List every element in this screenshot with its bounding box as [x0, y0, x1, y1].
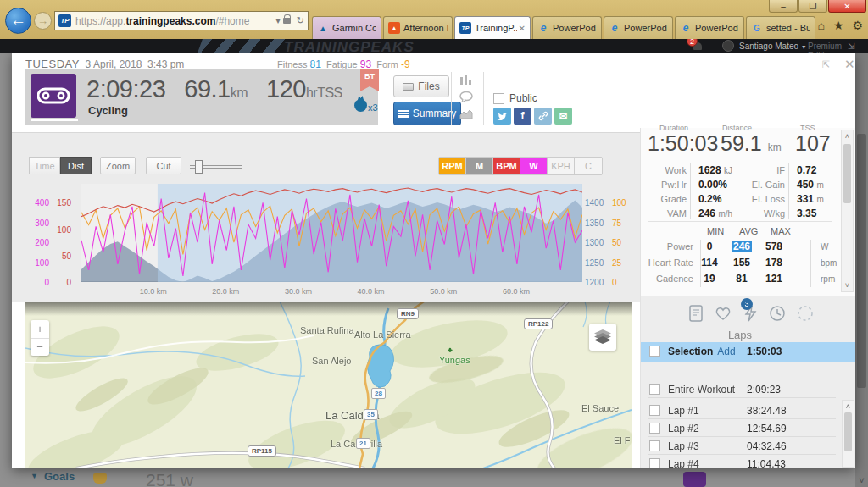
entire-workout-checkbox[interactable]	[649, 384, 660, 395]
stats-scrollbar[interactable]: ˄ ˅	[841, 130, 854, 292]
expand-icon[interactable]: ⇲	[848, 42, 854, 51]
minmax-row-cadence: Cadence1981121rpm	[641, 272, 839, 287]
x-axis-tick: 10.0 km	[140, 287, 167, 296]
comment-icon[interactable]	[459, 91, 473, 102]
tab-powerpod-1[interactable]: e PowerPod an...	[532, 16, 602, 39]
facebook-share-button[interactable]: f	[514, 108, 531, 125]
tab-afternoon-ride[interactable]: ▲ Afternoon Ri...	[383, 16, 453, 39]
lap-row-2[interactable]: Lap #2 12:54.69	[641, 419, 855, 437]
map-zoom-control: + −	[31, 320, 49, 356]
lap-row-1[interactable]: Lap #1 38:24.48	[641, 401, 855, 419]
avatar[interactable]	[722, 40, 734, 52]
selection-lap-row[interactable]: SelectionAdd 1:50:03	[641, 342, 855, 362]
dist-toggle[interactable]: Dist	[60, 157, 92, 174]
page-scrollbar[interactable]: ˅	[855, 53, 868, 487]
lap-row-3[interactable]: Lap #3 04:32.46	[641, 437, 855, 455]
lap-3-checkbox[interactable]	[649, 440, 660, 451]
profile-plot-svg	[81, 184, 582, 282]
channel-toggle-kph[interactable]: KPH	[548, 158, 575, 174]
tab-garmin-connect[interactable]: ▲ Garmin Conn...	[312, 16, 381, 39]
email-share-button[interactable]: ✉	[554, 108, 572, 125]
stat-el-gain: El. Gain450 m	[641, 178, 839, 192]
heart-icon[interactable]	[715, 305, 732, 322]
road-badge-rp115: RP115	[248, 445, 276, 457]
tab-powerpod-3[interactable]: e PowerPod an...	[675, 16, 744, 39]
selection-circle-icon[interactable]	[797, 305, 814, 322]
channel-toggle-c[interactable]: C	[575, 158, 602, 174]
time-clock-icon[interactable]	[769, 305, 786, 322]
quickview-collapse-icon[interactable]: ⇱	[822, 59, 830, 70]
settings-gear-icon[interactable]: ⚙	[852, 19, 863, 32]
scroll-up-icon[interactable]: ˄	[843, 402, 854, 411]
divider	[25, 484, 619, 484]
map-place-alto-la-sierra: Alto La Sierra	[354, 329, 411, 340]
scrollbar-thumb[interactable]	[844, 412, 852, 451]
page-scroll-down-icon[interactable]: ˅	[855, 475, 868, 485]
scroll-up-icon[interactable]: ˄	[842, 132, 853, 141]
time-toggle[interactable]: Time	[29, 157, 60, 174]
tab-trainingpeaks-active[interactable]: TP TrainingP... ✕	[454, 16, 531, 39]
axis-tick-power: 300	[24, 219, 49, 228]
add-selection-link[interactable]: Add	[717, 346, 735, 357]
lap-1-checkbox[interactable]	[649, 405, 660, 416]
quickview-close-icon[interactable]: ✕	[844, 57, 855, 72]
km-marker-28: 28	[371, 388, 386, 399]
link-share-button[interactable]	[534, 108, 552, 125]
map-place-el-sauce: El Sauce	[581, 403, 619, 413]
notes-icon[interactable]	[688, 305, 704, 322]
twitter-share-button[interactable]	[493, 108, 511, 125]
page-scrollbar-thumb[interactable]	[857, 134, 866, 388]
distance-summary: 59.1 km	[721, 131, 782, 156]
public-checkbox[interactable]	[493, 93, 504, 104]
url-dropdown-icon[interactable]: ▾	[275, 15, 281, 26]
channel-toggle-m[interactable]: M	[466, 158, 493, 174]
selection-checkbox[interactable]	[649, 346, 660, 357]
lap-2-checkbox[interactable]	[649, 423, 660, 434]
laps-title: Laps	[641, 329, 839, 341]
road-badge-rn9: RN9	[397, 308, 419, 319]
public-label: Public	[509, 92, 537, 104]
address-bar[interactable]: TP https://app.trainingpeaks.com/#home ▾…	[54, 11, 309, 30]
tab-powerpod-2[interactable]: e PowerPod an...	[604, 16, 673, 39]
axis-tick-elevation: 1250	[585, 259, 609, 268]
back-button[interactable]: ←	[5, 8, 31, 34]
entire-workout-row[interactable]: Entire Workout 2:09:23	[641, 380, 855, 398]
close-button[interactable]: ✕	[828, 0, 866, 13]
goals-link[interactable]: Goals	[44, 470, 75, 483]
maximize-button[interactable]: ❐	[798, 0, 827, 13]
channel-toggle-w[interactable]: W	[520, 158, 548, 174]
divider	[648, 221, 832, 222]
tab-google-search[interactable]: G setted - Busc...	[746, 16, 815, 39]
purple-sport-icon	[683, 472, 706, 487]
map-zoom-out-button[interactable]: −	[31, 339, 49, 357]
favorites-star-icon[interactable]: ★	[833, 19, 844, 32]
cut-button[interactable]: Cut	[146, 157, 181, 174]
files-button[interactable]: Files	[393, 75, 449, 97]
route-map[interactable]: Santa Rufina Alto La Sierra San Alejo ♣ …	[25, 302, 632, 468]
home-icon[interactable]: ⌂	[817, 19, 824, 32]
refresh-icon[interactable]: ↻	[297, 15, 304, 26]
trend-chart-icon[interactable]	[459, 108, 473, 119]
scroll-down-icon[interactable]: ˅	[842, 281, 853, 290]
minimize-button[interactable]: –	[769, 0, 798, 13]
zoom-button[interactable]: Zoom	[100, 157, 136, 174]
laps-scrollbar[interactable]: ˄	[842, 400, 854, 468]
user-menu[interactable]: Santiago Mateo ▼	[739, 42, 807, 51]
channel-toggle-rpm[interactable]: RPM	[439, 158, 466, 174]
stat-if: IF0.72	[641, 163, 839, 178]
tp-icon: TP	[459, 22, 471, 34]
forward-button[interactable]: →	[34, 12, 52, 30]
lap-4-checkbox[interactable]	[649, 458, 660, 468]
scrollbar-thumb[interactable]	[843, 144, 851, 203]
map-zoom-in-button[interactable]: +	[31, 320, 49, 339]
tab-close-icon[interactable]: ✕	[519, 24, 526, 33]
app-header: TRAININGPEAKS 2 Santiago Mateo ▼ Premium…	[0, 39, 868, 53]
brand-logo: TRAININGPEAKS	[284, 39, 415, 53]
tp-favicon-icon: TP	[58, 14, 71, 27]
slider-thumb[interactable]	[195, 160, 203, 174]
lap-row-4[interactable]: Lap #4 11:04.43	[641, 455, 855, 468]
profile-plot[interactable]	[81, 184, 581, 282]
bar-chart-icon[interactable]	[459, 74, 473, 86]
channel-toggle-bpm[interactable]: BPM	[493, 158, 520, 174]
map-layers-button[interactable]	[589, 324, 616, 351]
